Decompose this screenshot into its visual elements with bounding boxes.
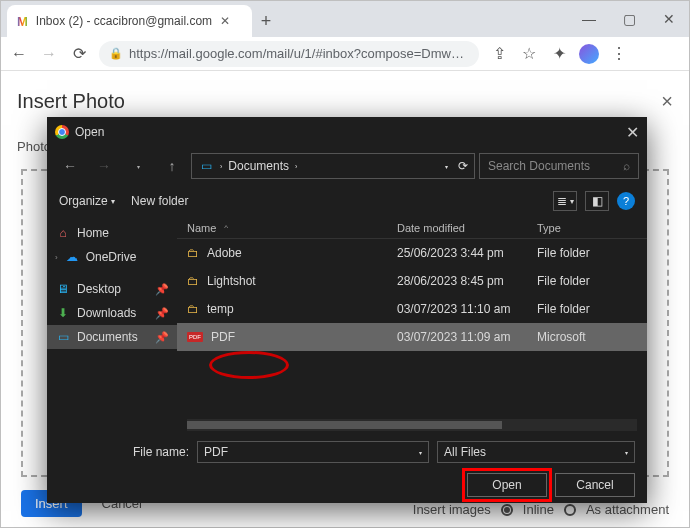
site-lock-icon: 🔒 [109, 47, 123, 60]
nav-recent[interactable]: ▾ [123, 151, 153, 181]
insert-footer-right: Insert images Inline As attachment [413, 502, 669, 517]
filetype-value: All Files [444, 445, 486, 459]
filetype-select[interactable]: All Files ▾ [437, 441, 635, 463]
documents-icon: ▭ [55, 329, 71, 345]
dialog-cancel-button[interactable]: Cancel [555, 473, 635, 497]
window-controls: ― ▢ ✕ [569, 1, 689, 37]
preview-pane-button[interactable]: ◧ [585, 191, 609, 211]
file-row[interactable]: 🗀Adobe 25/06/2023 3:44 pm File folder [177, 239, 647, 267]
folder-icon: 🗀 [187, 302, 199, 316]
url-text: https://mail.google.com/mail/u/1/#inbox?… [129, 46, 464, 61]
filename-label: File name: [59, 445, 189, 459]
insert-photo-close-button[interactable]: × [661, 90, 673, 113]
nav-desktop[interactable]: 🖥Desktop📌 [47, 277, 177, 301]
help-button[interactable]: ? [617, 192, 635, 210]
nav-downloads[interactable]: ⬇Downloads📌 [47, 301, 177, 325]
file-open-dialog: Open ✕ ← → ▾ ↑ ▭ › Documents › ▾ ⟳ Searc… [47, 117, 647, 503]
browser-titlebar: M Inbox (2) - ccacibron@gmail.com ✕ + ― … [1, 1, 689, 37]
tab-title: Inbox (2) - ccacibron@gmail.com [36, 14, 212, 28]
dialog-buttons: Open Cancel [59, 473, 635, 497]
inline-label[interactable]: Inline [523, 502, 554, 517]
new-tab-button[interactable]: + [252, 11, 280, 32]
downloads-icon: ⬇ [55, 305, 71, 321]
window-close-button[interactable]: ✕ [649, 1, 689, 37]
radio-attachment[interactable] [564, 504, 576, 516]
browser-tab[interactable]: M Inbox (2) - ccacibron@gmail.com ✕ [7, 5, 252, 37]
search-placeholder: Search Documents [488, 159, 590, 173]
path-dropdown-icon[interactable]: ▾ [445, 163, 448, 170]
documents-icon: ▭ [198, 158, 214, 174]
dialog-bottom: File name: PDF ▾ All Files ▾ Open Cancel [47, 431, 647, 497]
nav-back-button[interactable]: ← [9, 44, 29, 64]
file-rows: 🗀Adobe 25/06/2023 3:44 pm File folder 🗀L… [177, 239, 647, 417]
open-button[interactable]: Open [467, 473, 547, 497]
onedrive-icon: ☁ [64, 249, 80, 265]
file-row-selected[interactable]: PDFPDF 03/07/2023 11:09 am Microsoft [177, 323, 647, 351]
profile-avatar[interactable] [579, 44, 599, 64]
organize-menu[interactable]: Organize ▾ [59, 194, 115, 208]
nav-home[interactable]: ⌂Home [47, 221, 177, 245]
bookmark-button[interactable]: ☆ [519, 44, 539, 64]
nav-up[interactable]: ↑ [157, 151, 187, 181]
attachment-label[interactable]: As attachment [586, 502, 669, 517]
column-type[interactable]: Type [537, 222, 647, 234]
dialog-close-button[interactable]: ✕ [626, 123, 639, 142]
chevron-right-icon: › [220, 163, 222, 170]
chevron-down-icon[interactable]: ▾ [625, 449, 628, 456]
nav-forward-button[interactable]: → [39, 44, 59, 64]
file-row[interactable]: 🗀Lightshot 28/06/2023 8:45 pm File folde… [177, 267, 647, 295]
insert-images-label: Insert images [413, 502, 491, 517]
url-box[interactable]: 🔒 https://mail.google.com/mail/u/1/#inbo… [99, 41, 479, 67]
desktop-icon: 🖥 [55, 281, 71, 297]
pdf-icon: PDF [187, 332, 203, 342]
nav-forward[interactable]: → [89, 151, 119, 181]
nav-tree: ⌂Home ›☁OneDrive 🖥Desktop📌 ⬇Downloads📌 ▭… [47, 217, 177, 417]
search-box[interactable]: Search Documents ⌕ [479, 153, 639, 179]
nav-back[interactable]: ← [55, 151, 85, 181]
pin-icon: 📌 [155, 307, 169, 320]
horizontal-scrollbar[interactable] [187, 419, 637, 431]
scrollbar-thumb[interactable] [187, 421, 502, 429]
radio-inline[interactable] [501, 504, 513, 516]
share-button[interactable]: ⇪ [489, 44, 509, 64]
window-maximize-button[interactable]: ▢ [609, 1, 649, 37]
column-name[interactable]: Name^ [177, 222, 397, 234]
window-minimize-button[interactable]: ― [569, 1, 609, 37]
chevron-down-icon[interactable]: ▾ [419, 449, 422, 456]
nav-reload-button[interactable]: ⟳ [69, 44, 89, 64]
insert-photo-title: Insert Photo [17, 90, 125, 113]
path-segment[interactable]: Documents [228, 159, 289, 173]
pin-icon: 📌 [155, 283, 169, 296]
folder-icon: 🗀 [187, 274, 199, 288]
sort-arrow-icon: ^ [224, 223, 228, 232]
chevron-right-icon: › [295, 163, 297, 170]
dialog-toolbar: Organize ▾ New folder ≣ ▾ ◧ ? [47, 185, 647, 217]
tab-close-icon[interactable]: ✕ [220, 14, 230, 28]
pin-icon: 📌 [155, 331, 169, 344]
column-modified[interactable]: Date modified [397, 222, 537, 234]
file-list-area: Name^ Date modified Type 🗀Adobe 25/06/20… [177, 217, 647, 417]
new-folder-button[interactable]: New folder [131, 194, 188, 208]
search-icon: ⌕ [623, 159, 630, 173]
refresh-icon[interactable]: ⟳ [458, 159, 468, 173]
dialog-nav: ← → ▾ ↑ ▭ › Documents › ▾ ⟳ Search Docum… [47, 147, 647, 185]
dialog-title: Open [75, 125, 104, 139]
chrome-window: M Inbox (2) - ccacibron@gmail.com ✕ + ― … [0, 0, 690, 528]
filename-input[interactable]: PDF ▾ [197, 441, 429, 463]
nav-onedrive[interactable]: ›☁OneDrive [47, 245, 177, 269]
dialog-titlebar: Open ✕ [47, 117, 647, 147]
view-options-button[interactable]: ≣ ▾ [553, 191, 577, 211]
extensions-button[interactable]: ✦ [549, 44, 569, 64]
dialog-body: ⌂Home ›☁OneDrive 🖥Desktop📌 ⬇Downloads📌 ▭… [47, 217, 647, 417]
folder-icon: 🗀 [187, 246, 199, 260]
nav-documents[interactable]: ▭Documents📌 [47, 325, 177, 349]
path-box[interactable]: ▭ › Documents › ▾ ⟳ [191, 153, 475, 179]
filename-value: PDF [204, 445, 228, 459]
file-row[interactable]: 🗀temp 03/07/2023 11:10 am File folder [177, 295, 647, 323]
address-bar: ← → ⟳ 🔒 https://mail.google.com/mail/u/1… [1, 37, 689, 71]
home-icon: ⌂ [55, 225, 71, 241]
chrome-icon [55, 125, 69, 139]
file-list-header: Name^ Date modified Type [177, 217, 647, 239]
chrome-menu-button[interactable]: ⋮ [609, 44, 629, 64]
gmail-icon: M [17, 14, 28, 29]
